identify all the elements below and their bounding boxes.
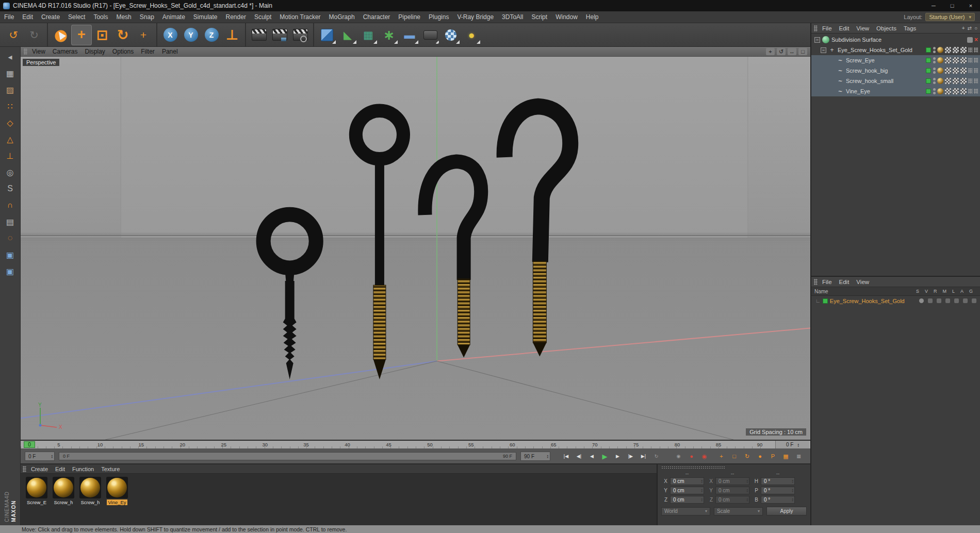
material-item[interactable]: Screw_h — [78, 477, 102, 505]
goto-end-button[interactable]: ▶| — [637, 451, 650, 461]
expander-icon[interactable] — [814, 37, 820, 43]
plugin-icon[interactable]: ▣ — [2, 263, 19, 279]
material-tag-icon[interactable] — [937, 88, 943, 94]
object-tree-row[interactable]: Subdivision Surface × — [811, 35, 980, 45]
layer-color-chip[interactable] — [926, 78, 931, 84]
spinner-icon[interactable] — [792, 479, 793, 483]
loop-button[interactable]: ↻ — [650, 451, 663, 461]
texture-tag-icon[interactable] — [960, 57, 967, 63]
autokey-button[interactable]: ◉ — [698, 451, 711, 461]
timeline-ruler[interactable]: 0 51015202530354045505560657075808590 0 … — [21, 440, 810, 449]
layer-view-icon[interactable] — [928, 298, 933, 303]
next-key-button[interactable]: |▶ — [624, 451, 637, 461]
layer-row[interactable]: Eye_Screw_Hooks_Set_Gold — [811, 296, 980, 306]
render-view-icon[interactable] — [249, 25, 269, 45]
material-tag-icon[interactable] — [937, 47, 943, 53]
drag-handle-icon[interactable] — [24, 48, 27, 55]
texture-tag-icon[interactable] — [960, 47, 967, 53]
viewport-menu-item[interactable]: Panel — [158, 48, 182, 55]
lock-x-axis-icon[interactable]: X — [160, 25, 181, 45]
menubar-item[interactable]: Pipeline — [394, 13, 424, 21]
texture-tag-icon[interactable] — [945, 88, 951, 94]
object-name[interactable]: Screw_hook_small — [846, 78, 893, 84]
object-tree-row[interactable]: Vine_Eye × — [811, 86, 980, 96]
layer-color-chip[interactable] — [926, 58, 931, 63]
edges-mode-icon[interactable]: ◇ — [2, 115, 19, 130]
record-parameter-icon[interactable]: P — [766, 451, 779, 461]
timeline-playhead[interactable]: 0 — [24, 441, 35, 448]
enabled-toggle-icon[interactable] — [967, 37, 973, 43]
add-array-icon[interactable]: ∗ — [379, 25, 399, 45]
enable-axis-icon[interactable]: ⊥ — [2, 148, 19, 163]
menubar-item[interactable]: Select — [64, 13, 89, 21]
layer-color-chip[interactable] — [926, 89, 931, 94]
visibility-dots-icon[interactable] — [933, 77, 936, 85]
record-position-icon[interactable]: + — [715, 451, 728, 461]
viewport-menu-item[interactable]: View — [28, 48, 49, 55]
maximize-button[interactable]: □ — [943, 0, 961, 11]
visibility-dots-icon[interactable] — [933, 46, 936, 54]
material-menu-item[interactable]: Create — [27, 466, 52, 472]
spinner-icon[interactable] — [746, 488, 748, 492]
keyframe-presets-icon[interactable]: ▦ — [779, 451, 792, 461]
spinner-icon[interactable] — [792, 488, 793, 492]
spinner-icon[interactable] — [746, 479, 748, 483]
texture-tag-icon[interactable] — [945, 57, 951, 63]
object-tree-row[interactable]: Screw_hook_small × — [811, 76, 980, 86]
filter-icon[interactable]: ⇄ — [968, 25, 972, 31]
visibility-dots-icon[interactable] — [933, 67, 936, 74]
object-name[interactable]: Screw_hook_big — [846, 68, 888, 74]
model-mode-icon[interactable]: ▦ — [2, 65, 19, 81]
tag-extra-icon[interactable] — [974, 89, 978, 94]
make-editable-icon[interactable]: ◂ — [2, 49, 19, 64]
minimize-button[interactable]: ─ — [924, 0, 943, 11]
record-scale-icon[interactable]: □ — [728, 451, 741, 461]
spinner-icon[interactable] — [792, 497, 793, 502]
material-preview-sphere[interactable] — [53, 477, 74, 498]
add-light-icon[interactable]: ● — [461, 25, 482, 45]
layer-color-chip[interactable] — [926, 68, 931, 73]
menubar-item[interactable]: Mesh — [112, 13, 135, 21]
spinner-icon[interactable] — [547, 454, 548, 458]
tag-extra-icon[interactable] — [968, 47, 972, 53]
texture-tag-icon[interactable] — [945, 47, 951, 53]
add-floor-icon[interactable]: ▬ — [399, 25, 420, 45]
menubar-item[interactable]: Window — [551, 13, 582, 21]
coordinate-mode-dropdown[interactable]: World — [661, 507, 710, 515]
move-tool-icon[interactable]: + — [71, 25, 92, 45]
menubar-item[interactable]: Animate — [158, 13, 189, 21]
goto-start-button[interactable]: |◀ — [560, 451, 573, 461]
material-tag-icon[interactable] — [937, 68, 943, 74]
disabled-x-icon[interactable]: × — [974, 36, 978, 43]
object-tree-row[interactable]: Eye_Screw_Hooks_Set_Gold × — [811, 45, 980, 55]
layer-manager-menu-item[interactable]: Edit — [836, 279, 853, 285]
material-item[interactable]: Vine_Ey — [105, 477, 129, 505]
texture-mode-icon[interactable]: ▨ — [2, 82, 19, 97]
material-preview-sphere[interactable] — [106, 477, 128, 498]
viewport-menu-item[interactable]: Options — [109, 48, 137, 55]
drag-handle-icon[interactable] — [814, 279, 818, 285]
snap-toggle-icon[interactable]: ∩ — [2, 197, 19, 213]
spinner-icon[interactable] — [701, 479, 703, 483]
viewport-menu-item[interactable]: Display — [81, 48, 108, 55]
menubar-item[interactable]: Motion Tracker — [275, 13, 324, 21]
spinner-icon[interactable] — [51, 454, 53, 458]
rotate-tool-icon[interactable]: ↻ — [112, 25, 133, 45]
record-rotation-icon[interactable]: ↻ — [741, 451, 754, 461]
add-object-icon[interactable]: + — [962, 25, 965, 31]
viewport-canvas[interactable]: Perspective Grid Spacing : 10 cm Y X — [21, 57, 810, 440]
object-manager-menu-item[interactable]: File — [819, 25, 836, 31]
object-name[interactable]: Screw_Eye — [846, 57, 875, 63]
menubar-item[interactable]: Plugins — [424, 13, 453, 21]
drag-handle-icon[interactable] — [23, 466, 26, 472]
workplane-lock-icon[interactable]: ▤ — [2, 214, 19, 229]
material-item[interactable]: Screw_E — [25, 477, 48, 505]
texture-tag-icon[interactable] — [953, 78, 959, 84]
pan-view-icon[interactable]: + — [766, 48, 775, 55]
menubar-item[interactable]: MoGraph — [325, 13, 359, 21]
menubar-item[interactable]: V-Ray Bridge — [453, 13, 498, 21]
position-z-field[interactable]: 0 cm — [670, 496, 704, 504]
tag-extra-icon[interactable] — [968, 89, 972, 94]
texture-tag-icon[interactable] — [953, 47, 959, 53]
end-frame-field[interactable]: 90 F — [520, 452, 550, 461]
